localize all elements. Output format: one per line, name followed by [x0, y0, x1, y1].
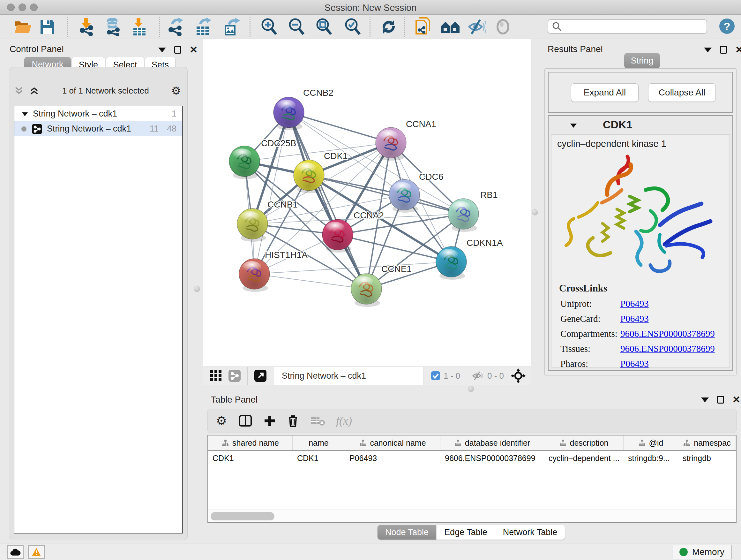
fit-content-crosshair-icon[interactable] [511, 368, 526, 383]
crosslink-value[interactable]: 9606.ENSP00000378699 [620, 344, 715, 354]
network-node-rb1[interactable]: RB1 [448, 190, 497, 232]
table-cell[interactable]: 9606.ENSP00000378699 [441, 451, 544, 465]
network-overview-icon[interactable] [228, 369, 241, 382]
first-neighbors-icon[interactable] [441, 17, 461, 37]
node-table[interactable]: shared namenamecanonical namedatabase id… [207, 435, 737, 523]
network-node-cdkn1a[interactable]: CDKN1A [436, 238, 503, 280]
zoom-out-icon[interactable] [286, 17, 307, 37]
column-namespace-icon [221, 439, 229, 447]
collection-expand-icon[interactable] [21, 111, 28, 117]
selected-checkbox-icon[interactable] [431, 371, 441, 381]
show-all-icon[interactable] [493, 17, 513, 37]
export-table-icon[interactable] [193, 17, 213, 37]
crosslink-value[interactable]: P06493 [620, 299, 649, 309]
results-panel-menu-icon[interactable] [704, 48, 712, 52]
tab-string[interactable]: String [624, 53, 660, 68]
import-table-file-icon[interactable] [129, 17, 149, 37]
table-cell[interactable]: P06493 [345, 451, 441, 465]
column-header-canonical-name[interactable]: canonical name [345, 435, 441, 450]
network-node-hist1h1a[interactable]: HIST1H1A [239, 250, 308, 292]
results-panel-close-icon[interactable]: ✕ [735, 46, 741, 54]
clone-network-icon[interactable] [413, 17, 433, 37]
table-hscrollbar[interactable] [208, 509, 736, 522]
left-splitter-handle[interactable] [194, 286, 200, 292]
create-column-icon[interactable] [264, 415, 275, 427]
network-node-ccnb1[interactable]: CCNB1 [237, 199, 298, 242]
column-header-name[interactable]: name [293, 435, 345, 450]
cloud-status-button[interactable] [7, 545, 23, 559]
results-panel-float-icon[interactable] [720, 46, 727, 54]
hide-selected-icon[interactable] [467, 17, 487, 37]
table-hscrollbar-thumb[interactable] [211, 512, 274, 520]
table-tabs: Node Table Edge Table Network Table [378, 525, 565, 540]
table-cell[interactable]: stringdb:9... [623, 451, 678, 465]
search-field[interactable] [564, 21, 706, 32]
memory-button[interactable]: Memory [672, 545, 732, 559]
table-panel-menu-icon[interactable] [701, 397, 709, 402]
gene-collapse-icon[interactable] [569, 122, 577, 129]
network-edge[interactable] [289, 112, 366, 289]
column-header-description[interactable]: description [544, 435, 623, 450]
crosslink-value[interactable]: P06493 [620, 314, 649, 324]
table-cell[interactable]: stringdb [678, 451, 736, 465]
grid-view-icon[interactable] [210, 369, 222, 382]
table-cell[interactable]: CDK1 [208, 451, 293, 465]
table-row[interactable]: CDK1CDK1P064939606.ENSP00000378699cyclin… [208, 451, 736, 465]
column-header-shared-name[interactable]: shared name [208, 435, 293, 450]
network-edge[interactable] [289, 112, 391, 143]
edge-count: 48 [167, 124, 177, 134]
crosslink-value[interactable]: P06493 [620, 359, 649, 369]
network-edge[interactable] [338, 235, 451, 262]
network-node-ccnb2[interactable]: CCNB2 [273, 88, 333, 130]
network-canvas[interactable]: CCNB2CCNA1CDC25BCDK1CDC6RB1CCNB1CCNA2CDK… [203, 39, 531, 367]
delete-column-icon[interactable] [287, 415, 298, 427]
zoom-in-icon[interactable] [259, 17, 280, 37]
right-splitter-handle[interactable] [532, 209, 538, 215]
import-network-database-icon[interactable] [103, 17, 123, 37]
crosslink-value[interactable]: 9606.ENSP00000378699 [620, 328, 715, 339]
control-panel-close-icon[interactable]: ✕ [190, 46, 198, 54]
collapse-all-icon[interactable] [14, 85, 24, 96]
export-network-icon[interactable] [165, 17, 186, 37]
network-row-selected[interactable]: String Network – cdk1 11 48 [14, 121, 182, 136]
control-panel-menu-icon[interactable] [158, 48, 166, 52]
expand-all-icon[interactable] [29, 85, 40, 96]
bottom-splitter-handle[interactable] [468, 386, 474, 392]
open-session-icon[interactable] [13, 17, 33, 37]
search-input[interactable] [548, 19, 707, 34]
control-panel-float-icon[interactable] [174, 46, 181, 54]
view-dot-icon [21, 126, 26, 132]
collapse-all-button[interactable]: Collapse All [648, 83, 716, 102]
expand-all-button[interactable]: Expand All [571, 83, 638, 102]
column-header--id[interactable]: @id [623, 435, 678, 450]
import-network-file-icon[interactable] [77, 17, 97, 37]
column-header-namespac[interactable]: namespac [678, 435, 736, 450]
refresh-icon[interactable] [379, 17, 399, 37]
table-cell[interactable]: CDK1 [293, 451, 345, 465]
network-node-ccna1[interactable]: CCNA1 [376, 119, 436, 161]
column-header-database-identifier[interactable]: database identifier [441, 435, 544, 450]
tab-network-table[interactable]: Network Table [495, 525, 565, 540]
crosslinks-title: CrossLinks [559, 283, 730, 294]
network-options-gear-icon[interactable]: ⚙ [172, 84, 181, 97]
show-columns-icon[interactable] [239, 415, 252, 427]
table-options-gear-icon[interactable]: ⚙ [216, 414, 227, 428]
network-node-cdk1[interactable]: CDK1 [293, 151, 348, 193]
network-collection-row[interactable]: String Network – cdk1 1 [14, 106, 182, 121]
tab-node-table[interactable]: Node Table [378, 525, 436, 540]
zoom-fit-icon[interactable] [314, 17, 334, 37]
save-session-icon[interactable] [37, 17, 57, 37]
export-image-icon[interactable] [221, 17, 241, 37]
network-edge[interactable] [254, 274, 366, 289]
table-panel-float-icon[interactable] [717, 396, 724, 403]
crosslink-row: Compartments:9606.ENSP00000378699 [560, 328, 730, 339]
warning-status-button[interactable] [28, 545, 45, 559]
gene-section: CDK1 cyclin–dependent kinase 1 [548, 115, 733, 371]
network-node-ccne1[interactable]: CCNE1 [351, 264, 412, 307]
table-cell[interactable]: cyclin–dependent ... [544, 451, 623, 465]
tab-edge-table[interactable]: Edge Table [436, 525, 495, 540]
help-icon[interactable]: ? [719, 18, 735, 34]
detach-view-icon[interactable] [254, 369, 267, 382]
zoom-selected-icon[interactable] [343, 17, 363, 37]
table-panel-close-icon[interactable]: ✕ [732, 396, 740, 403]
